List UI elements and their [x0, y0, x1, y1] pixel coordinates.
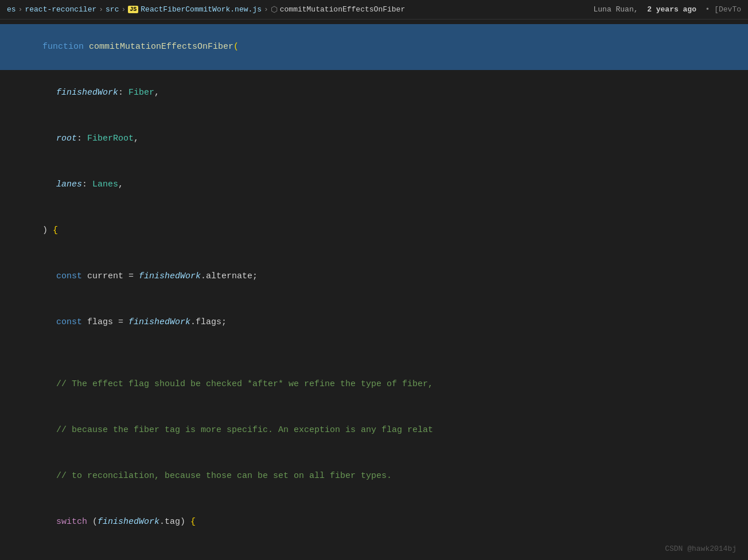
- sep-4: ›: [264, 5, 268, 14]
- code-line-case-1: case FunctionComponent:: [0, 545, 748, 560]
- function-name-text: commitMutationEffectsOnFiber: [280, 5, 405, 14]
- code-line-comment-1: // The effect flag should be checked *af…: [0, 361, 748, 407]
- code-line-1: function commitMutationEffectsOnFiber(: [0, 24, 748, 70]
- line-content-4: lanes: Lanes,: [0, 162, 748, 207]
- sep-3: ›: [121, 5, 126, 14]
- git-blame: Luna Ruan, 2 years ago • [DevTo: [594, 5, 741, 14]
- filename-text: ReactFiberCommitWork.new.js: [141, 5, 262, 14]
- code-line-3: root: FiberRoot,: [0, 116, 748, 162]
- git-blame-message: • [DevTo: [706, 5, 741, 14]
- code-line-7: const flags = finishedWork.flags;: [0, 300, 748, 345]
- code-line-2: finishedWork: Fiber,: [0, 70, 748, 116]
- line-content-case-1: case FunctionComponent:: [0, 546, 748, 560]
- sep-2: ›: [99, 5, 103, 14]
- code-line-4: lanes: Lanes,: [0, 162, 748, 208]
- line-content-comment-3: // to reconcilation, because those can b…: [0, 454, 748, 499]
- line-content-2: finishedWork: Fiber,: [0, 71, 748, 115]
- line-content-comment-2: // because the fiber tag is more specifi…: [0, 408, 748, 453]
- code-line-switch: switch (finishedWork.tag) {: [0, 499, 748, 545]
- breadcrumb-item-function[interactable]: ⬡ commitMutationEffectsOnFiber: [271, 5, 405, 14]
- breadcrumb-item-src[interactable]: src: [106, 5, 119, 14]
- line-content-5: ) {: [0, 208, 748, 253]
- line-content-comment-1: // The effect flag should be checked *af…: [0, 362, 748, 407]
- code-line-5: ) {: [0, 208, 748, 254]
- git-blame-author: Luna Ruan,: [594, 5, 638, 14]
- breadcrumb-bar: es › react-reconciler › src › JS ReactFi…: [0, 0, 748, 20]
- line-content-switch: switch (finishedWork.tag) {: [0, 500, 748, 545]
- code-line-comment-3: // to reconcilation, because those can b…: [0, 453, 748, 499]
- git-blame-time: 2 years ago: [647, 5, 696, 14]
- code-line-empty-1: [0, 345, 748, 361]
- line-content-7: const flags = finishedWork.flags;: [0, 300, 748, 345]
- breadcrumb-item-jsfile[interactable]: JS ReactFiberCommitWork.new.js: [128, 5, 262, 14]
- line-content-3: root: FiberRoot,: [0, 116, 748, 161]
- js-badge-icon: JS: [128, 6, 138, 13]
- func-icon: ⬡: [271, 5, 278, 14]
- line-content-1: function commitMutationEffectsOnFiber(: [0, 25, 748, 69]
- watermark: CSDN @hawk2014bj: [665, 545, 737, 553]
- line-content-6: const current = finishedWork.alternate;: [0, 254, 748, 299]
- breadcrumb-item-es[interactable]: es: [7, 5, 16, 14]
- code-line-6: const current = finishedWork.alternate;: [0, 254, 748, 300]
- breadcrumb-item-react-reconciler[interactable]: react-reconciler: [25, 5, 96, 14]
- code-area: function commitMutationEffectsOnFiber( f…: [0, 20, 748, 560]
- sep-1: ›: [18, 5, 23, 14]
- code-line-comment-2: // because the fiber tag is more specifi…: [0, 407, 748, 453]
